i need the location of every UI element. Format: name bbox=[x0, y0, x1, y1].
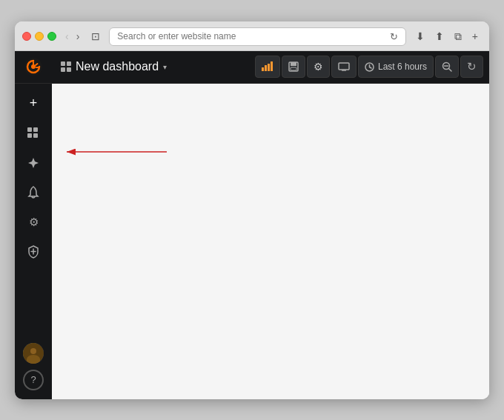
dashboard-title-area: New dashboard ▾ bbox=[52, 60, 255, 73]
help-button[interactable]: ? bbox=[23, 370, 44, 390]
avatar-image bbox=[23, 343, 44, 364]
svg-point-24 bbox=[27, 356, 39, 364]
dashboard-title: New dashboard bbox=[76, 60, 159, 73]
svg-rect-5 bbox=[271, 61, 273, 71]
svg-rect-21 bbox=[33, 133, 38, 138]
time-range-label: Last 6 hours bbox=[378, 61, 427, 72]
svg-rect-3 bbox=[265, 65, 267, 71]
browser-toolbar-right: ⬇ ⬆ ⧉ + bbox=[412, 28, 482, 45]
maximize-button[interactable] bbox=[47, 32, 56, 41]
settings-icon: ⚙ bbox=[29, 216, 39, 229]
svg-point-23 bbox=[30, 348, 36, 354]
close-button[interactable] bbox=[22, 32, 31, 41]
clock-icon bbox=[365, 62, 374, 72]
address-input[interactable] bbox=[117, 31, 385, 41]
explore-icon bbox=[27, 156, 40, 170]
dropdown-arrow[interactable]: ▾ bbox=[163, 63, 167, 71]
app-topbar: New dashboard ▾ bbox=[15, 51, 489, 84]
chart-icon bbox=[262, 61, 273, 72]
browser-window: ‹ › ⊡ ↻ ⬇ ⬆ ⧉ + bbox=[15, 21, 489, 399]
tab-icon: ⊡ bbox=[88, 29, 103, 44]
topbar-actions: ⚙ Last 6 hours bbox=[255, 56, 489, 78]
time-range-button[interactable]: Last 6 hours bbox=[358, 56, 434, 78]
app-logo[interactable] bbox=[15, 51, 52, 84]
add-panel-button[interactable] bbox=[255, 56, 280, 78]
svg-rect-2 bbox=[262, 67, 264, 71]
svg-rect-18 bbox=[27, 127, 32, 132]
download-button[interactable]: ⬇ bbox=[412, 28, 428, 45]
zoom-icon bbox=[442, 61, 452, 72]
settings-button[interactable]: ⚙ bbox=[307, 56, 330, 78]
tv-mode-button[interactable] bbox=[331, 56, 357, 78]
arrow-svg bbox=[59, 137, 170, 167]
refresh-button[interactable]: ↻ bbox=[460, 56, 483, 78]
sidebar: + bbox=[15, 84, 52, 399]
bell-icon bbox=[27, 186, 39, 199]
plus-icon: + bbox=[30, 96, 38, 111]
svg-rect-8 bbox=[291, 67, 296, 70]
refresh-icon: ↻ bbox=[467, 60, 477, 73]
sidebar-item-dashboards[interactable] bbox=[19, 119, 47, 147]
main-content: + bbox=[15, 84, 489, 399]
arrow-annotation bbox=[59, 137, 170, 170]
address-bar: ↻ bbox=[109, 27, 405, 46]
gear-icon: ⚙ bbox=[314, 61, 323, 73]
back-button[interactable]: ‹ bbox=[62, 29, 72, 44]
help-icon: ? bbox=[30, 374, 36, 385]
zoom-out-button[interactable] bbox=[435, 56, 459, 78]
add-tab-button[interactable]: + bbox=[468, 28, 482, 45]
dashboard-area bbox=[52, 84, 489, 399]
reload-icon[interactable]: ↻ bbox=[390, 31, 398, 42]
save-icon bbox=[288, 61, 299, 72]
sidebar-item-server-admin[interactable] bbox=[19, 238, 47, 266]
new-tab-button[interactable]: ⧉ bbox=[451, 28, 465, 45]
avatar-svg bbox=[23, 343, 44, 364]
svg-rect-4 bbox=[268, 64, 270, 71]
svg-rect-20 bbox=[27, 133, 32, 138]
minimize-button[interactable] bbox=[35, 32, 44, 41]
svg-rect-7 bbox=[291, 62, 296, 66]
user-avatar[interactable] bbox=[23, 343, 44, 364]
grid-icon bbox=[61, 61, 71, 72]
save-dashboard-button[interactable] bbox=[282, 56, 305, 78]
dashboards-icon bbox=[27, 127, 40, 140]
share-button[interactable]: ⬆ bbox=[431, 28, 448, 45]
app-container: New dashboard ▾ bbox=[15, 51, 489, 399]
shield-icon bbox=[27, 245, 39, 259]
grafana-logo-icon bbox=[24, 57, 43, 76]
forward-button[interactable]: › bbox=[73, 29, 83, 44]
svg-line-16 bbox=[449, 69, 452, 72]
svg-line-14 bbox=[369, 67, 371, 68]
sidebar-item-create[interactable]: + bbox=[19, 90, 47, 118]
sidebar-item-alerting[interactable] bbox=[19, 179, 47, 207]
svg-rect-9 bbox=[339, 63, 349, 70]
traffic-lights bbox=[22, 32, 56, 41]
svg-rect-19 bbox=[33, 127, 38, 132]
sidebar-item-configuration[interactable]: ⚙ bbox=[19, 208, 47, 236]
address-bar-container: ↻ bbox=[109, 27, 405, 46]
sidebar-item-explore[interactable] bbox=[19, 149, 47, 177]
browser-titlebar: ‹ › ⊡ ↻ ⬇ ⬆ ⧉ + bbox=[15, 21, 489, 51]
nav-buttons: ‹ › bbox=[62, 29, 82, 44]
monitor-icon bbox=[338, 62, 350, 71]
